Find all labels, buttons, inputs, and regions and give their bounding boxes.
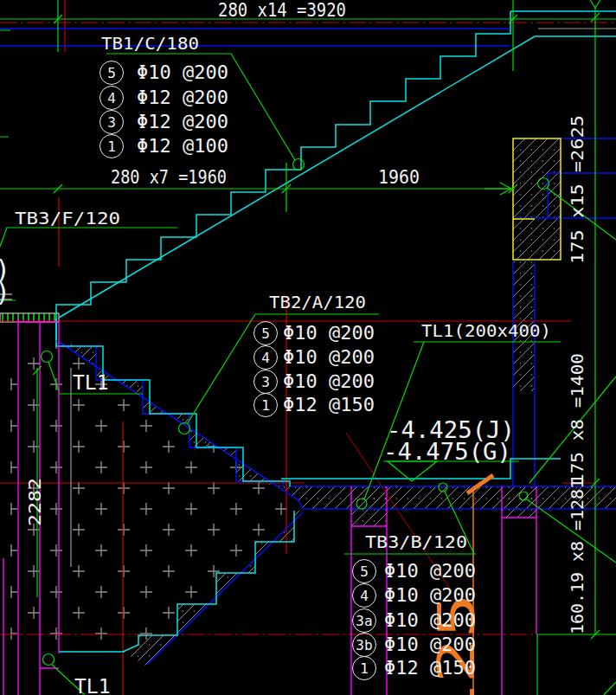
callout-num: 5 bbox=[360, 563, 369, 580]
callout-spec: Φ10 @200 bbox=[384, 610, 476, 631]
callout-num: 5 bbox=[261, 325, 270, 342]
callout-spec: Φ10 @200 bbox=[384, 585, 476, 606]
callout-spec: Φ12 @200 bbox=[137, 112, 228, 132]
tb2-label: TB2/A/120 bbox=[269, 292, 366, 312]
rebar-callout-tb2: 5 4 3 1 Φ10 @200 Φ10 @200 Φ10 @200 Φ12 @… bbox=[254, 322, 375, 417]
callout-num: 4 bbox=[261, 350, 270, 366]
callout-num: 3 bbox=[261, 374, 270, 390]
tb1-marker-circle bbox=[293, 159, 305, 171]
column-hatch bbox=[513, 138, 561, 260]
tl1-bottom-label: TL1 bbox=[74, 675, 111, 695]
tl1-left-label: TL1 bbox=[73, 371, 109, 394]
dim-right-mid-label: 175 x8 =1400 bbox=[567, 353, 587, 485]
dim-top-label: 280 x14 =3920 bbox=[218, 0, 346, 21]
edge-partial-glyph-b: ) bbox=[0, 277, 10, 307]
cad-canvas: 280 x14 =3920 280 x7 =1960 1960 175 x15 … bbox=[0, 0, 616, 695]
callout-num: 4 bbox=[360, 588, 369, 604]
elevation-lower-label: -4.475(G) bbox=[383, 439, 511, 465]
top-slab-lines bbox=[0, 29, 510, 46]
callout-num: 1 bbox=[360, 660, 369, 677]
callout-spec: Φ10 @200 bbox=[384, 634, 476, 655]
right-wall-lines bbox=[502, 486, 536, 695]
rebar-callout-tb3b: 5 4 3a 3b 1 Φ10 @200 Φ10 @200 Φ10 @200 Φ… bbox=[353, 560, 477, 680]
callout-spec: Φ10 @200 bbox=[137, 62, 228, 83]
callout-num: 3a bbox=[356, 613, 372, 629]
dim-right-top-label: 175 x15 =2625 bbox=[567, 115, 587, 264]
stair-section-drawing: 280 x14 =3920 280 x7 =1960 1960 175 x15 … bbox=[0, 0, 616, 695]
column-section-arrow bbox=[484, 183, 511, 195]
tb1-label: TB1/C/180 bbox=[101, 33, 199, 54]
dim-right-bottom-label: 160.19 x8 =1281 bbox=[567, 479, 587, 634]
tl1-bottom-marker-circle bbox=[43, 654, 55, 666]
tb3f-label: TB3/F/120 bbox=[15, 208, 120, 228]
dim-left-label: 2282 bbox=[24, 478, 45, 526]
callout-num: 1 bbox=[261, 397, 270, 414]
callout-spec: Φ10 @200 bbox=[283, 347, 375, 368]
rebar-callout-tb1: 5 4 3 1 Φ10 @200 Φ12 @200 Φ12 @200 Φ12 @… bbox=[100, 61, 229, 158]
callout-spec: Φ12 @100 bbox=[137, 136, 228, 157]
callout-spec: Φ12 @200 bbox=[137, 87, 228, 108]
tb3f-leader bbox=[0, 228, 177, 247]
tl1-beam-label: TL1(200x400) bbox=[421, 320, 551, 341]
dim-mid-right-label: 1960 bbox=[378, 166, 420, 188]
tb3b-label: TB3/B/120 bbox=[365, 531, 467, 552]
callout-spec: Φ12 @150 bbox=[384, 658, 476, 679]
callout-num: 5 bbox=[107, 65, 116, 81]
dim-mid-left-label: 280 x7 =1960 bbox=[111, 166, 227, 188]
callout-num: 3 bbox=[107, 114, 116, 131]
callout-num: 3b bbox=[356, 637, 372, 653]
callout-num: 1 bbox=[107, 138, 116, 155]
callout-num: 4 bbox=[107, 90, 116, 106]
callout-spec: Φ10 @200 bbox=[283, 323, 375, 344]
callout-spec: Φ10 @200 bbox=[384, 561, 476, 582]
soil-fill-cross-hatch bbox=[10, 343, 303, 660]
callout-spec: Φ10 @200 bbox=[283, 371, 375, 392]
callout-spec: Φ12 @150 bbox=[283, 395, 375, 415]
